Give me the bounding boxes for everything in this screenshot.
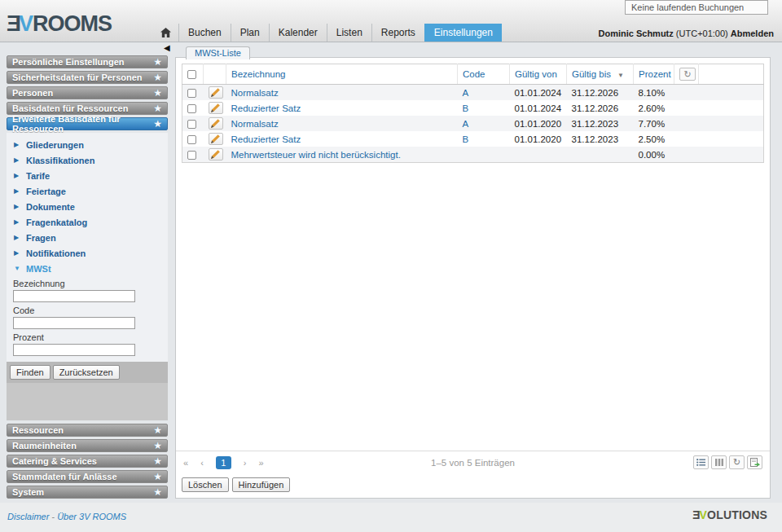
sidebar-item-tarife[interactable]: ▶Tarife [7,168,168,183]
logout-link[interactable]: Abmelden [731,29,774,38]
table-row[interactable]: Mehrwertsteuer wird nicht berücksichtigt… [182,147,764,163]
brand-letter-3: E [692,508,701,521]
col-gueltig-bis[interactable]: Gültig bis▼ [567,64,634,85]
next-page-button[interactable]: › [244,458,247,468]
favorite-star-icon[interactable]: ★ [153,73,162,82]
row-checkbox[interactable] [187,104,196,113]
edit-row-button[interactable] [209,86,223,99]
sidebar-item-feiertage[interactable]: ▶Feiertage [7,183,168,199]
chevron-right-icon: ▶ [14,203,20,210]
about-link[interactable]: Über 3V ROOMS [57,512,126,521]
row-checkbox[interactable] [187,135,196,144]
sidebar-item-mwst[interactable]: ▼MWSt [7,261,168,276]
row-bezeichnung-link[interactable]: Reduzierter Satz [231,103,301,113]
code-input[interactable] [13,317,135,329]
sidebar-item-fragenkatalog[interactable]: ▶Fragenkatalog [7,214,168,230]
sidebar-section-stammdaten-anlaesse[interactable]: Stammdaten für Anlässe ★ [7,470,168,483]
reload-button[interactable]: ↻ [729,455,745,469]
sidebar-item-klassifikationen[interactable]: ▶Klassifikationen [7,152,168,168]
refresh-table-button[interactable]: ↻ [679,68,696,81]
table-row[interactable]: Reduzierter Satz B 01.01.2020 31.12.2023… [182,131,764,147]
table-header-row: Bezeichnung Code Gültig von Gültig bis▼ … [182,64,764,85]
favorite-star-icon[interactable]: ★ [153,441,162,451]
prev-page-button[interactable]: ‹ [200,458,204,468]
col-prozent[interactable]: Prozent [634,64,674,85]
bezeichnung-input[interactable] [13,290,135,302]
row-bezeichnung-link[interactable]: Normalsatz [231,88,279,98]
favorite-star-icon[interactable]: ★ [153,88,162,98]
list-view-button[interactable] [693,455,709,469]
running-bookings-status[interactable]: Keine laufenden Buchungen [625,0,768,15]
sidebar-section-ressourcen[interactable]: Ressourcen ★ [7,424,168,437]
column-view-icon [715,459,723,466]
row-bezeichnung-link[interactable]: Reduzierter Satz [231,134,301,144]
row-prozent: 2.60% [634,100,674,116]
tab-mwst-liste[interactable]: MWSt-Liste [186,46,250,59]
favorite-star-icon[interactable]: ★ [153,57,162,67]
chevron-right-icon: ▶ [14,141,20,148]
sidebar-section-sicherheitsdaten[interactable]: Sicherheitsdaten für Personen ★ [7,71,168,84]
favorite-star-icon[interactable]: ★ [153,103,162,113]
find-button[interactable]: Finden [10,365,51,380]
sidebar-collapse-icon[interactable]: ◀ [164,44,170,52]
col-gueltig-von[interactable]: Gültig von [510,64,567,85]
sidebar-section-basisdaten[interactable]: Basisdaten für Ressourcen ★ [7,102,168,115]
edit-row-button[interactable] [209,102,223,114]
nav-item-kalender[interactable]: Kalender [269,24,327,42]
table-row[interactable]: Normalsatz A 01.01.2020 31.12.2023 7.70% [182,116,764,131]
nav-item-reports[interactable]: Reports [371,24,424,42]
prozent-input[interactable] [13,344,135,356]
sidebar-section-personen[interactable]: Personen ★ [7,86,168,99]
column-view-button[interactable] [711,455,727,469]
favorite-star-icon[interactable]: ★ [153,456,162,466]
nav-item-einstellungen[interactable]: Einstellungen [424,24,502,42]
row-checkbox[interactable] [187,89,196,98]
edit-row-button[interactable] [209,148,223,160]
favorite-star-icon[interactable]: ★ [153,472,162,481]
disclaimer-link[interactable]: Disclaimer [7,512,49,521]
last-page-button[interactable]: » [258,458,263,468]
content-area: ◀ Persönliche Einstellungen ★ Sicherheit… [0,42,782,503]
favorite-star-icon[interactable]: ★ [153,425,162,435]
favorite-star-icon[interactable]: ★ [153,487,162,497]
sidebar-item-fragen[interactable]: ▶Fragen [7,230,168,245]
sidebar-item-gliederungen[interactable]: ▶Gliederungen [7,137,168,152]
row-checkbox[interactable] [187,151,196,160]
row-bezeichnung-link[interactable]: Normalsatz [231,119,279,129]
column-menu-chevron-icon[interactable]: ▼ [617,72,624,79]
sidebar-section-system[interactable]: System ★ [7,486,168,499]
row-gueltig-bis [567,147,634,163]
select-all-checkbox[interactable] [187,70,196,79]
sidebar-section-raumeinheiten[interactable]: Raumeinheiten ★ [7,439,168,452]
nav-item-buchen[interactable]: Buchen [178,24,231,42]
home-button[interactable] [153,24,178,42]
export-button[interactable] [747,455,762,469]
nav-item-listen[interactable]: Listen [327,24,371,42]
sidebar-section-erweiterte-basisdaten[interactable]: Erweiterte Basisdaten für Ressourcen ★ [7,117,168,130]
sidebar-item-notifikationen[interactable]: ▶Notifikationen [7,245,168,261]
main-panel-wrap: MWSt-Liste Bezeichnung Code [175,45,771,499]
row-bezeichnung-link[interactable]: Mehrwertsteuer wird nicht berücksichtigt… [231,150,401,160]
col-code[interactable]: Code [458,64,510,85]
current-page-button[interactable]: 1 [216,456,231,469]
pencil-icon [211,119,220,128]
table-row[interactable]: Normalsatz A 01.01.2024 31.12.2026 8.10% [182,85,764,101]
row-checkbox[interactable] [187,120,196,129]
col-bezeichnung[interactable]: Bezeichnung [226,64,458,85]
edit-row-button[interactable] [209,117,223,130]
vendor-logo: EVOLUTIONS [692,508,767,521]
reset-button[interactable]: Zurücksetzen [53,365,120,380]
sidebar-section-persoenliche-einstellungen[interactable]: Persönliche Einstellungen ★ [7,55,168,68]
table-row[interactable]: Reduzierter Satz B 01.01.2024 31.12.2026… [182,100,764,116]
edit-row-button[interactable] [209,133,223,145]
sidebar-section-catering-services[interactable]: Catering & Services ★ [7,455,168,468]
sidebar-item-dokumente[interactable]: ▶Dokumente [7,199,168,214]
footer-separator: - [51,512,55,521]
first-page-button[interactable]: « [183,458,188,468]
field-label: Bezeichnung [13,279,65,288]
favorite-star-icon[interactable]: ★ [153,119,162,129]
add-button[interactable]: Hinzufügen [232,477,291,492]
refresh-column-header: ↻ [674,64,699,85]
nav-item-plan[interactable]: Plan [231,24,269,42]
delete-button[interactable]: Löschen [182,477,229,492]
